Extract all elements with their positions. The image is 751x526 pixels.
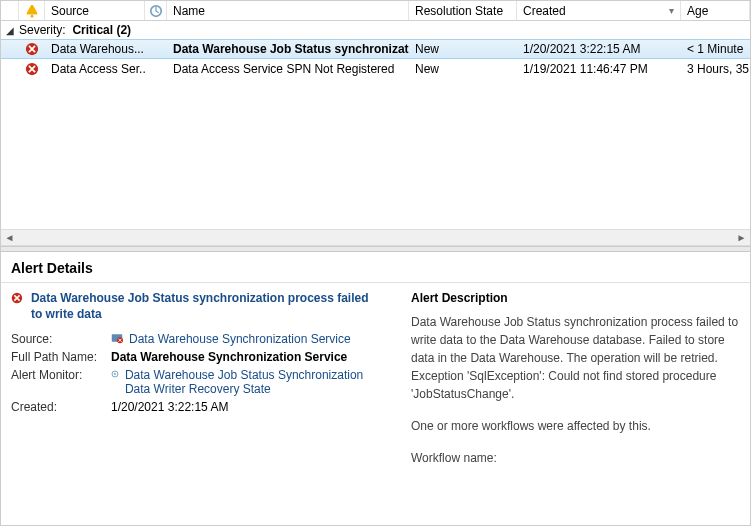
cell-age: 3 Hours, 35 Mi... <box>681 62 750 76</box>
column-header-row: Source Name Resolution State Created ▾ A… <box>1 1 750 21</box>
cell-age: < 1 Minute <box>681 42 750 56</box>
scroll-track[interactable] <box>18 230 733 245</box>
header-created-label: Created <box>523 4 566 18</box>
cell-created: 1/19/2021 11:46:47 PM <box>517 62 681 76</box>
cell-source: Data Warehous... <box>45 42 145 56</box>
header-created[interactable]: Created ▾ <box>517 1 681 20</box>
group-label: Severity: Critical (2) <box>19 23 131 37</box>
details-properties: Data Warehouse Job Status synchronizatio… <box>11 291 381 481</box>
header-age[interactable]: Age <box>681 1 750 20</box>
link-source[interactable]: Data Warehouse Synchronization Service <box>129 332 351 346</box>
group-value: Critical <box>72 23 113 37</box>
value-fullpath: Data Warehouse Synchronization Service <box>111 350 381 364</box>
description-p4: Workflow name: <box>411 449 740 467</box>
header-maintenance-icon[interactable] <box>145 1 167 20</box>
details-description: Alert Description Data Warehouse Job Sta… <box>411 291 740 481</box>
divider <box>1 282 750 283</box>
critical-icon <box>25 62 39 76</box>
scroll-left-icon[interactable]: ◄ <box>1 230 18 245</box>
critical-icon <box>25 42 39 56</box>
svg-point-0 <box>30 14 33 17</box>
header-source[interactable]: Source <box>45 1 145 20</box>
details-pane: Alert Details Data Warehouse Job Status … <box>1 252 750 525</box>
value-created: 1/20/2021 3:22:15 AM <box>111 400 381 414</box>
header-severity-icon[interactable] <box>19 1 45 20</box>
wrench-icon <box>149 4 163 18</box>
cell-created: 1/20/2021 3:22:15 AM <box>517 42 681 56</box>
table-row[interactable]: Data Warehous... Data Warehouse Job Stat… <box>1 39 750 59</box>
alert-title: Data Warehouse Job Status synchronizatio… <box>31 291 381 322</box>
cell-source: Data Access Ser... <box>45 62 145 76</box>
header-name[interactable]: Name <box>167 1 409 20</box>
label-created: Created: <box>11 400 111 414</box>
horizontal-scrollbar[interactable]: ◄ ► <box>1 229 750 246</box>
description-p3: One or more workflows were affected by t… <box>411 417 740 435</box>
alert-bell-icon <box>25 4 39 18</box>
sort-desc-icon: ▾ <box>669 5 674 16</box>
collapse-icon[interactable]: ◢ <box>5 25 15 36</box>
cell-name: Data Warehouse Job Status synchronizatio… <box>167 42 409 56</box>
table-row[interactable]: Data Access Ser... Data Access Service S… <box>1 59 750 79</box>
label-monitor: Alert Monitor: <box>11 368 111 382</box>
group-prefix: Severity: <box>19 23 66 37</box>
svg-point-8 <box>114 373 116 375</box>
cell-name: Data Access Service SPN Not Registered <box>167 62 409 76</box>
label-source: Source: <box>11 332 111 346</box>
header-expander[interactable] <box>1 1 19 20</box>
description-p1: Data Warehouse Job Status synchronizatio… <box>411 313 740 367</box>
cell-resolution: New <box>409 42 517 56</box>
critical-icon <box>11 291 23 305</box>
details-pane-title: Alert Details <box>1 252 750 282</box>
header-resolution[interactable]: Resolution State <box>409 1 517 20</box>
description-heading: Alert Description <box>411 291 740 305</box>
group-row-critical[interactable]: ◢ Severity: Critical (2) <box>1 21 750 39</box>
service-critical-icon <box>111 332 123 344</box>
monitor-icon <box>111 368 119 380</box>
cell-resolution: New <box>409 62 517 76</box>
alerts-grid: ◢ Severity: Critical (2) Data Warehous..… <box>1 21 750 229</box>
link-monitor[interactable]: Data Warehouse Job Status Synchronizatio… <box>125 368 381 396</box>
group-count: (2) <box>116 23 131 37</box>
label-fullpath: Full Path Name: <box>11 350 111 364</box>
description-p2: Exception 'SqlException': Could not find… <box>411 367 740 403</box>
scroll-right-icon[interactable]: ► <box>733 230 750 245</box>
